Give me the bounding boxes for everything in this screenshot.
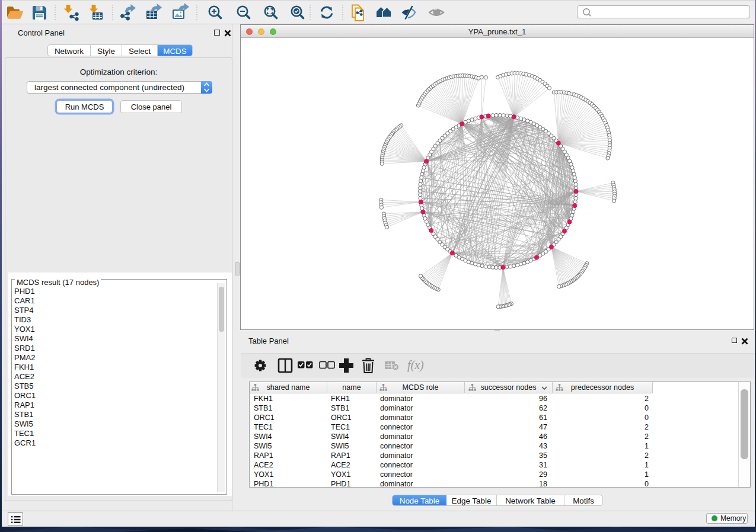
svg-text:f(x): f(x) [407, 358, 424, 372]
